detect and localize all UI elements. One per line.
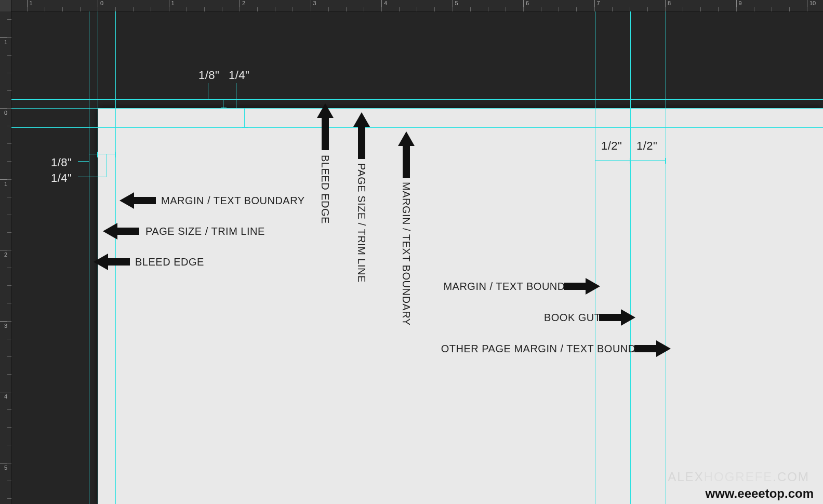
ruler-vertical[interactable]: 1012345 — [0, 0, 11, 504]
guide-bleed-top[interactable] — [0, 99, 823, 100]
leader-top-eighth-a — [208, 99, 223, 100]
arrow-left-trim — [103, 222, 139, 241]
guide-bleed-left[interactable] — [89, 0, 89, 504]
ruler-h-tick: 0 — [98, 0, 103, 11]
dim-top-eighth: 1/8" — [198, 69, 219, 82]
leader-top-quarter-a — [236, 108, 244, 109]
ruler-h-tick: 2 — [240, 0, 245, 11]
guide-trim-left[interactable] — [98, 0, 98, 504]
label-top-margin: MARGIN / TEXT BOUNDARY — [400, 182, 412, 326]
label-right-other: OTHER PAGE MARGIN / TEXT BOUNDARY — [441, 343, 658, 355]
ruler-v-tick: 1 — [0, 179, 11, 187]
arrow-right-margin — [564, 277, 600, 296]
leader-top-quarter-b — [236, 83, 236, 108]
ruler-h-tick: 3 — [311, 0, 316, 11]
guide-margin-other-page[interactable] — [666, 0, 666, 504]
dim-right-half-b: 1/2" — [636, 139, 657, 153]
svg-marker-3 — [317, 103, 334, 150]
credit-prefix: ALEX — [668, 470, 703, 484]
label-top-trim: PAGE SIZE / TRIM LINE — [355, 163, 367, 283]
ruler-v-tick: 3 — [0, 321, 11, 329]
dim-left-quarter: 1/4" — [51, 171, 72, 185]
ruler-h-tick: 6 — [523, 0, 529, 11]
svg-marker-2 — [94, 254, 130, 270]
svg-marker-0 — [120, 192, 156, 209]
credit-suffix: .COM — [773, 470, 809, 484]
ruler-h-tick: 10 — [807, 0, 816, 11]
bracket-right-half-a — [595, 160, 630, 161]
document-page[interactable] — [98, 108, 823, 504]
leader-left-quarter-b — [78, 177, 107, 177]
ruler-v-tick: 1 — [0, 37, 11, 45]
leader-left-quarter-a — [107, 154, 107, 177]
ruler-h-tick: 4 — [381, 0, 387, 11]
ruler-h-tick: 8 — [665, 0, 671, 11]
arrow-right-gutter — [599, 308, 635, 327]
credit-bold: HOGREFE — [704, 470, 773, 484]
svg-marker-7 — [599, 309, 635, 326]
guide-margin-left[interactable] — [115, 0, 116, 504]
svg-marker-6 — [564, 278, 600, 295]
arrow-left-bleed — [94, 253, 130, 271]
label-top-bleed: BLEED EDGE — [319, 155, 331, 224]
dim-right-half-a: 1/2" — [601, 139, 622, 153]
dim-top-quarter: 1/4" — [229, 69, 249, 82]
ruler-v-tick: 0 — [0, 108, 11, 116]
guide-gutter[interactable] — [630, 0, 631, 504]
ruler-v-tick: 5 — [0, 463, 11, 471]
label-left-bleed: BLEED EDGE — [135, 256, 204, 268]
arrow-right-other — [634, 339, 671, 358]
guide-margin-top[interactable] — [0, 127, 823, 128]
svg-marker-1 — [103, 223, 139, 240]
bracket-left-eighth — [89, 154, 98, 154]
bracket-top-quarter — [244, 108, 245, 127]
arrow-top-margin — [397, 131, 416, 178]
arrow-left-margin — [120, 191, 156, 210]
guide-margin-right[interactable] — [595, 0, 595, 504]
ruler-h-tick: 1 — [27, 0, 33, 11]
site-watermark: www.eeeetop.com — [706, 486, 814, 501]
ruler-origin-corner — [0, 0, 11, 11]
leader-left-eighth-a — [89, 154, 89, 161]
ruler-horizontal[interactable]: 1012345678910 — [0, 0, 823, 11]
label-left-margin: MARGIN / TEXT BOUNDARY — [161, 195, 305, 207]
ruler-h-tick: 5 — [453, 0, 458, 11]
bracket-top-eighth — [223, 99, 223, 108]
ruler-h-tick: 7 — [594, 0, 600, 11]
dim-left-eighth: 1/8" — [51, 156, 72, 169]
svg-marker-4 — [353, 112, 370, 159]
bracket-right-half-b — [630, 160, 666, 161]
guide-trim-top[interactable] — [0, 108, 823, 109]
label-left-trim: PAGE SIZE / TRIM LINE — [145, 226, 265, 237]
ruler-h-tick: 1 — [169, 0, 175, 11]
leader-left-eighth-b — [78, 161, 89, 162]
arrow-top-trim — [352, 112, 371, 159]
arrow-top-bleed — [316, 103, 335, 150]
ruler-v-tick: 2 — [0, 250, 11, 258]
ruler-h-tick: 9 — [736, 0, 742, 11]
credit-watermark: ALEXHOGREFE.COM — [668, 470, 809, 484]
leader-top-eighth-b — [208, 83, 208, 99]
ruler-v-tick: 4 — [0, 392, 11, 400]
svg-marker-5 — [398, 131, 415, 178]
svg-marker-8 — [634, 340, 671, 357]
